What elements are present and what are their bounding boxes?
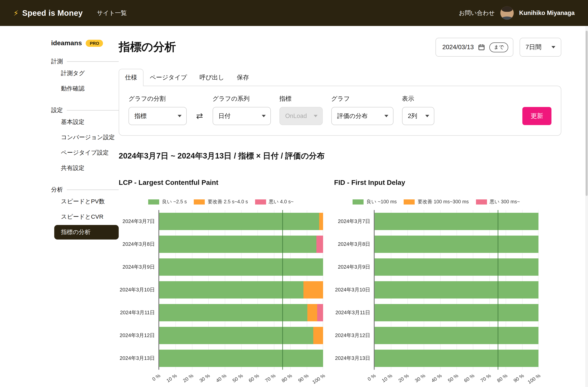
period-value: 7日間 [525, 43, 542, 51]
chevron-down-icon [178, 115, 182, 117]
chart-legend: 良い ~2.5 s要改善 2.5 s~4.0 s悪い 4.0 s~ [119, 199, 323, 205]
org-row: ideamans PRO [51, 38, 119, 47]
chart-title: LCP - Largest Contentful Paint [119, 179, 323, 187]
section-label: 設定 [51, 107, 63, 114]
bar-row [375, 304, 539, 321]
sidebar-section-measure: 計測 計測タグ 動作確認 [51, 58, 119, 96]
topbar-right: お問い合わせ Kunihiko Miyanaga [459, 6, 575, 20]
swap-axes-button[interactable]: ⇄ [195, 107, 204, 125]
charts-row: LCP - Largest Contentful Paint 良い ~2.5 s… [119, 179, 561, 387]
filter-group-metric: 指標 OnLoad [279, 95, 322, 125]
sidebar-item-conversion-settings[interactable]: コンバージョン設定 [51, 130, 119, 145]
bar-row [375, 258, 539, 276]
date-value[interactable]: 2024/03/13 [442, 44, 474, 51]
display-select[interactable]: 2列 [402, 107, 434, 125]
lightning-bolt-icon: ⚡ [13, 8, 19, 18]
update-button[interactable]: 更新 [522, 107, 551, 125]
y-axis-label: 2024年3月7日 [119, 213, 155, 230]
y-axis-label: 2024年3月10日 [119, 281, 155, 298]
result-heading: 2024年3月7日 ~ 2024年3月13日 / 指標 × 日付 / 評価の分布 [119, 151, 561, 161]
filter-label: グラフの系列 [212, 95, 271, 103]
main-content: 指標の分析 2024/03/13 まで 7日間 [119, 38, 561, 387]
sidebar-item-share-settings[interactable]: 共有設定 [51, 161, 119, 175]
legend-label: 良い ~2.5 s [162, 199, 187, 205]
chevron-down-icon [425, 115, 429, 117]
legend-label: 要改善 100 ms~300 ms [418, 199, 469, 205]
section-label: 分析 [51, 186, 63, 193]
y-axis-label: 2024年3月12日 [119, 327, 155, 344]
date-picker[interactable]: 2024/03/13 まで [436, 38, 513, 57]
bar-row [159, 213, 323, 230]
filter-group-graph: グラフ 評価の分布 [331, 95, 393, 125]
bar-segment [375, 304, 539, 321]
display-select-value: 2列 [408, 112, 417, 120]
bar-segment [159, 281, 303, 298]
tab-spec[interactable]: 仕様 [119, 69, 144, 86]
y-axis-label: 2024年3月9日 [334, 258, 370, 276]
y-axis-label: 2024年3月11日 [119, 304, 155, 321]
graph-select[interactable]: 評価の分布 [331, 107, 393, 125]
nav-site-list[interactable]: サイト一覧 [97, 9, 127, 17]
period-select[interactable]: 7日間 [520, 38, 561, 57]
sidebar-item-measure-tag[interactable]: 計測タグ [51, 66, 119, 81]
legend-swatch [353, 199, 364, 205]
avatar-shirt [501, 17, 513, 20]
bar-row [159, 258, 323, 276]
user-name[interactable]: Kunihiko Miyanaga [519, 9, 575, 17]
chart-plot: 2024年3月7日2024年3月8日2024年3月9日2024年3月10日202… [119, 210, 323, 387]
bar-segment [317, 304, 323, 321]
x-axis-ticks: 0 %10 %20 %30 %40 %50 %60 %70 %80 %90 %1… [158, 370, 323, 386]
section-header: 分析 [51, 186, 119, 193]
chevron-down-icon [262, 115, 266, 117]
legend-swatch [148, 199, 159, 205]
chart-legend: 良い ~100 ms要改善 100 ms~300 ms悪い 300 ms~ [334, 199, 539, 205]
series-select[interactable]: 日付 [212, 107, 271, 125]
tab-save[interactable]: 保存 [231, 69, 255, 86]
sidebar-item-basic-settings[interactable]: 基本設定 [51, 115, 119, 129]
y-axis-label: 2024年3月12日 [334, 327, 370, 344]
legend-item[interactable]: 良い ~2.5 s [148, 199, 187, 205]
reference-line [282, 210, 283, 370]
bar-segment [159, 258, 323, 276]
tab-bar: 仕様 ページタイプ 呼び出し 保存 [119, 68, 561, 86]
bar-row [375, 350, 539, 367]
sidebar-item-speed-pv[interactable]: スピードとPV数 [51, 194, 119, 209]
bar-segment [375, 213, 539, 230]
legend-item[interactable]: 良い ~100 ms [353, 199, 397, 205]
legend-item[interactable]: 要改善 100 ms~300 ms [404, 199, 469, 205]
section-divider [67, 61, 119, 62]
scrollbar[interactable] [585, 26, 588, 387]
sidebar-item-pagetype-settings[interactable]: ページタイプ設定 [51, 145, 119, 160]
page-title: 指標の分析 [119, 39, 176, 55]
reference-line [498, 210, 498, 370]
bar-segment [375, 281, 539, 298]
y-axis-label: 2024年3月8日 [119, 236, 155, 253]
nav-contact[interactable]: お問い合わせ [459, 9, 495, 17]
bar-segment [303, 281, 323, 298]
y-axis-label: 2024年3月13日 [334, 350, 370, 367]
split-select[interactable]: 指標 [128, 107, 187, 125]
scrollbar-thumb[interactable] [586, 31, 588, 196]
filter-group-split: グラフの分割 指標 [128, 95, 187, 125]
tab-call[interactable]: 呼び出し [193, 69, 231, 86]
sidebar-item-operation-check[interactable]: 動作確認 [51, 81, 119, 96]
bar-segment [159, 236, 316, 253]
legend-item[interactable]: 悪い 300 ms~ [476, 199, 520, 205]
bar-row [375, 236, 539, 253]
legend-item[interactable]: 悪い 4.0 s~ [255, 199, 294, 205]
fid-chart: FID - First Input Delay 良い ~100 ms要改善 10… [334, 179, 539, 387]
legend-item[interactable]: 要改善 2.5 s~4.0 s [194, 199, 248, 205]
filter-group-display: 表示 2列 [402, 95, 434, 125]
sidebar-item-speed-cvr[interactable]: スピードとCVR [51, 210, 119, 224]
split-select-value: 指標 [134, 112, 147, 120]
bar-row [159, 281, 323, 298]
metric-select-value: OnLoad [285, 113, 307, 119]
org-name: ideamans [51, 39, 82, 47]
y-axis-labels: 2024年3月7日2024年3月8日2024年3月9日2024年3月10日202… [119, 210, 155, 370]
user-avatar[interactable] [500, 6, 514, 20]
lcp-chart: LCP - Largest Contentful Paint 良い ~2.5 s… [119, 179, 323, 387]
bar-segment [316, 236, 323, 253]
calendar-icon [478, 44, 485, 51]
sidebar-item-metric-analysis[interactable]: 指標の分析 [54, 225, 119, 240]
tab-pagetype[interactable]: ページタイプ [144, 69, 193, 86]
